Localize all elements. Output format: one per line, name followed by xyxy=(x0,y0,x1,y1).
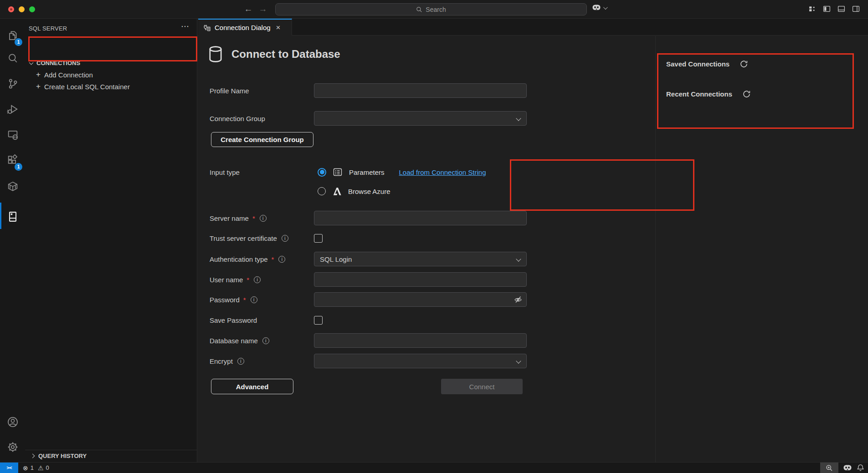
encrypt-select[interactable] xyxy=(314,354,527,368)
database-name-label: Database namei xyxy=(210,337,314,345)
authentication-type-label: Authentication type*i xyxy=(210,255,314,263)
connect-button[interactable]: Connect xyxy=(441,379,523,394)
explorer-view-button[interactable]: 1 xyxy=(0,26,25,45)
notifications-bell-icon[interactable] xyxy=(857,464,864,472)
refresh-icon[interactable] xyxy=(742,90,751,98)
azure-icon xyxy=(332,187,342,196)
create-connection-group-button[interactable]: Create Connection Group xyxy=(211,132,313,147)
connections-section-header[interactable]: CONNECTIONS xyxy=(25,57,197,69)
server-name-label: Server name*i xyxy=(210,214,314,222)
query-history-label: QUERY HISTORY xyxy=(38,453,87,459)
chevron-down-icon xyxy=(516,116,521,121)
toggle-secondary-sidebar-icon[interactable] xyxy=(852,5,860,13)
create-local-sql-container-label: Create Local SQL Container xyxy=(44,83,130,91)
save-password-checkbox[interactable] xyxy=(314,316,323,325)
sql-server-view-button[interactable] xyxy=(0,207,25,226)
parameters-label: Parameters xyxy=(349,168,385,176)
run-debug-view-button[interactable] xyxy=(0,100,25,119)
toggle-panel-icon[interactable] xyxy=(837,5,845,13)
connection-dialog-icon xyxy=(203,24,211,32)
info-icon[interactable]: i xyxy=(251,296,257,303)
required-marker: * xyxy=(247,276,249,284)
remote-indicator[interactable]: >< xyxy=(0,463,18,473)
layout-controls xyxy=(808,5,860,13)
browse-azure-radio[interactable] xyxy=(318,187,326,195)
extensions-view-button[interactable]: 1 xyxy=(0,151,25,170)
extensions-badge: 1 xyxy=(15,163,22,171)
authentication-type-row: Authentication type*i SQL Login xyxy=(210,252,529,266)
info-icon[interactable]: i xyxy=(254,276,261,283)
encrypt-label: Encrypti xyxy=(210,357,314,365)
debug-icon xyxy=(6,103,19,116)
close-window-button[interactable] xyxy=(8,6,14,12)
user-name-row: User name*i xyxy=(210,272,529,287)
tab-connection-dialog[interactable]: Connection Dialog × xyxy=(198,19,292,36)
password-input[interactable] xyxy=(314,292,527,307)
profile-name-input[interactable] xyxy=(314,83,527,98)
navigate-back-button[interactable]: ← xyxy=(242,3,255,15)
database-name-row: Database namei xyxy=(210,333,529,348)
trust-server-certificate-row: Trust server certificatei xyxy=(210,231,529,245)
trust-server-certificate-label: Trust server certificatei xyxy=(210,234,314,242)
minimize-window-button[interactable] xyxy=(19,6,25,12)
search-view-button[interactable] xyxy=(0,49,25,68)
info-icon[interactable]: i xyxy=(237,358,244,365)
recent-connections-label: Recent Connections xyxy=(666,90,732,98)
info-icon[interactable]: i xyxy=(262,337,269,344)
copilot-status-icon[interactable] xyxy=(843,464,852,472)
chevron-down-icon xyxy=(603,5,608,10)
saved-connections-header: Saved Connections xyxy=(666,57,748,70)
container-icon xyxy=(6,180,19,193)
zoom-indicator-button[interactable] xyxy=(820,463,838,473)
database-icon xyxy=(208,45,223,63)
toggle-primary-sidebar-icon[interactable] xyxy=(823,5,831,13)
plus-icon: + xyxy=(34,82,42,91)
browse-azure-radio-row: Browse Azure xyxy=(318,184,390,198)
connection-group-select[interactable] xyxy=(314,111,527,126)
more-actions-button[interactable]: ⋯ xyxy=(181,21,190,31)
settings-button[interactable] xyxy=(0,437,25,457)
customize-layout-icon[interactable] xyxy=(808,5,816,13)
encrypt-row: Encrypti xyxy=(210,354,529,368)
parameters-icon xyxy=(333,167,343,177)
eye-off-icon xyxy=(514,295,523,304)
load-from-connection-string-link[interactable]: Load from Connection String xyxy=(399,168,486,176)
page-title: Connect to Database xyxy=(231,48,340,61)
maximize-window-button[interactable] xyxy=(29,6,35,12)
create-local-sql-container-item[interactable]: + Create Local SQL Container xyxy=(25,81,197,93)
close-tab-icon[interactable]: × xyxy=(276,24,281,31)
accounts-button[interactable] xyxy=(0,412,25,432)
account-icon xyxy=(6,416,19,428)
advanced-button[interactable]: Advanced xyxy=(211,379,293,394)
user-name-input[interactable] xyxy=(314,272,527,287)
info-icon[interactable]: i xyxy=(282,235,288,242)
zoom-in-icon xyxy=(826,464,833,472)
containers-view-button[interactable] xyxy=(0,177,25,196)
profile-name-row: Profile Name xyxy=(210,83,529,98)
parameters-radio[interactable] xyxy=(318,168,326,177)
authentication-type-value: SQL Login xyxy=(320,255,352,263)
trust-server-certificate-checkbox[interactable] xyxy=(314,234,323,243)
command-center-search[interactable]: Search xyxy=(275,3,587,15)
toggle-password-visibility-button[interactable] xyxy=(513,295,523,304)
info-icon[interactable]: i xyxy=(260,215,267,222)
refresh-icon[interactable] xyxy=(740,60,748,68)
remote-explorer-view-button[interactable] xyxy=(0,125,25,144)
database-name-input[interactable] xyxy=(314,333,527,348)
explorer-badge: 1 xyxy=(15,38,22,46)
info-icon[interactable]: i xyxy=(278,256,285,263)
chevron-down-icon xyxy=(516,358,521,363)
server-name-input[interactable] xyxy=(314,211,527,225)
gear-icon xyxy=(6,441,19,453)
authentication-type-select[interactable]: SQL Login xyxy=(314,252,527,266)
query-history-section-header[interactable]: QUERY HISTORY xyxy=(25,450,197,462)
input-type-label: Input type xyxy=(210,168,314,176)
problems-indicator[interactable]: ⊗ 1 ⚠ 0 xyxy=(23,463,49,473)
source-control-view-button[interactable] xyxy=(0,74,25,93)
copilot-menu-button[interactable] xyxy=(592,4,606,11)
save-password-row: Save Password xyxy=(210,313,529,327)
add-connection-label: Add Connection xyxy=(44,71,93,79)
navigate-forward-button[interactable]: → xyxy=(257,3,269,15)
add-connection-item[interactable]: + Add Connection xyxy=(25,69,197,81)
titlebar: ← → Search xyxy=(0,0,868,19)
